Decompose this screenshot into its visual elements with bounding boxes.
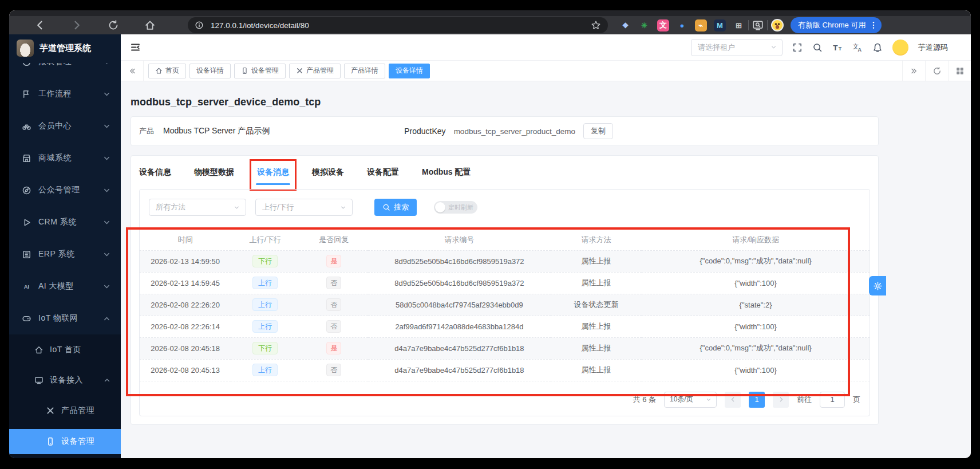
m-extension-icon[interactable]: M (714, 19, 726, 31)
page-tab-1[interactable]: 设备详情 (189, 64, 231, 78)
method-filter-select[interactable]: 所有方法 (149, 199, 246, 216)
tenant-select[interactable]: 请选择租户 (691, 39, 783, 56)
detail-tab-3[interactable]: 模拟设备 (312, 167, 344, 178)
toolbar-divider (748, 20, 749, 30)
tab-refresh-button[interactable] (925, 61, 948, 81)
device-detail-card: 设备信息物模型数据设备消息模拟设备设备配置Modbus 配置 所有方法 上行/下… (131, 155, 879, 425)
sidebar-item-mall[interactable]: 商城系统 (9, 147, 121, 170)
translate-extension-icon[interactable]: 文 (657, 19, 669, 31)
fullscreen-icon[interactable] (792, 42, 803, 53)
browser-home-icon[interactable] (144, 19, 156, 31)
page-tab-4[interactable]: 产品详情 (344, 64, 385, 78)
grid-extension-icon[interactable]: ❖ (619, 19, 631, 31)
settings-gear-button[interactable] (869, 276, 886, 295)
table-row[interactable]: 2026-02-13 14:59:45 上行 否 8d9d525e505b4c1… (140, 272, 870, 294)
detail-tab-2[interactable]: 设备消息 (257, 167, 289, 178)
detail-tab-4[interactable]: 设备配置 (367, 167, 399, 178)
cell-reply: 是 (299, 250, 368, 272)
search-icon (382, 203, 390, 211)
direction-filter-select[interactable]: 上行/下行 (255, 199, 353, 216)
chevron-down-icon (102, 250, 112, 259)
table-row[interactable]: 2026-02-08 22:26:20 上行 否 58d05c0048ba4cf… (140, 294, 870, 316)
goto-page-input[interactable] (820, 392, 845, 408)
screen-search-icon[interactable] (752, 19, 764, 31)
product-label: 产品 (139, 126, 154, 136)
sidebar-item-iot-home[interactable]: IoT 首页 (9, 338, 121, 362)
translate-icon[interactable]: 文A (852, 42, 863, 53)
tabs-collapse-left-button[interactable] (121, 61, 144, 81)
current-page-button[interactable]: 1 (749, 392, 765, 408)
search-button[interactable]: 搜索 (374, 199, 417, 216)
table-row[interactable]: 2026-02-08 22:26:14 上行 否 2af99ad6f97142a… (140, 316, 870, 337)
bike-icon (22, 121, 31, 131)
svg-text:T: T (839, 46, 842, 52)
user-avatar[interactable] (892, 40, 908, 56)
method-filter-placeholder: 所有方法 (156, 202, 185, 212)
prev-page-button[interactable] (725, 392, 741, 408)
sidebar-item-label: IoT 首页 (50, 345, 81, 355)
page-tab-label: 设备详情 (196, 66, 224, 76)
search-icon[interactable] (812, 42, 823, 53)
star-extension-icon[interactable]: ✳ (638, 19, 650, 31)
search-button-label: 搜索 (394, 202, 409, 212)
erp-icon (22, 250, 31, 259)
menu-fold-icon[interactable] (130, 42, 141, 53)
next-page-button[interactable] (773, 392, 789, 408)
table-row[interactable]: 2026-02-13 14:59:50 下行 是 8d9d525e505b4c1… (140, 250, 870, 272)
copy-button[interactable]: 复制 (583, 123, 613, 139)
browser-profile-avatar[interactable] (771, 19, 784, 31)
main-content: modbus_tcp_server_device_demo_tcp 产品 Mod… (121, 81, 971, 458)
tab-layout-grid-button[interactable] (948, 61, 971, 81)
chevron-down-icon (102, 63, 112, 67)
browser-reload-icon[interactable] (108, 19, 119, 31)
sidebar-item-ai[interactable]: AIAI 大模型 (9, 275, 121, 298)
sidebar-item-product-mgmt[interactable]: 产品管理 (9, 399, 121, 423)
site-info-icon[interactable] (195, 21, 204, 30)
direction-badge: 上行 (252, 277, 278, 289)
table-row[interactable]: 2026-02-08 20:45:18 下行 是 d4a7a7e9babe4c4… (140, 337, 870, 359)
puzzle-extension-icon[interactable]: ⊞ (733, 19, 745, 31)
detail-tab-5[interactable]: Modbus 配置 (422, 167, 471, 178)
page-size-value: 10条/页 (670, 395, 693, 404)
broom-extension-icon[interactable]: ⌁ (695, 19, 707, 31)
chevron-down-icon (102, 153, 112, 163)
reply-badge: 否 (326, 320, 341, 333)
page-size-select[interactable]: 10条/页 (664, 392, 717, 408)
tabs-expand-right-button[interactable] (902, 61, 925, 81)
sidebar-item-device-access[interactable]: 设备接入 (9, 368, 121, 392)
ai-icon: AI (22, 282, 31, 291)
sidebar-item-device-mgmt[interactable]: 设备管理 (9, 429, 121, 454)
sidebar-item-mp[interactable]: 公众号管理 (9, 179, 121, 202)
sidebar-item-report[interactable]: 报表管理 (9, 63, 121, 74)
page-tab-3[interactable]: 产品管理 (289, 64, 341, 78)
app-logo[interactable]: 芋道管理系统 (9, 34, 121, 62)
detail-tab-1[interactable]: 物模型数据 (194, 167, 234, 178)
chevron-down-icon (102, 218, 112, 227)
flag-icon (22, 89, 31, 99)
address-bar[interactable]: 127.0.0.1/iot/device/detail/80 (188, 17, 608, 33)
detail-tab-0[interactable]: 设备信息 (139, 167, 171, 178)
server-icon (22, 314, 31, 324)
table-row[interactable]: 2026-02-08 20:45:13 上行 否 d4a7a7e9babe4c4… (140, 359, 870, 381)
sidebar-item-member[interactable]: 会员中心 (9, 115, 121, 137)
page-tab-2[interactable]: 设备管理 (234, 64, 286, 78)
cell-time: 2026-02-13 14:59:45 (140, 272, 231, 294)
browser-menu-icon[interactable] (869, 21, 878, 30)
sidebar-item-workflow[interactable]: 工作流程 (9, 82, 121, 105)
balloon-extension-icon[interactable]: ● (676, 19, 688, 31)
chrome-update-button[interactable]: 有新版 Chrome 可用 (791, 17, 882, 33)
browser-forward-icon[interactable] (71, 19, 82, 31)
auto-refresh-toggle[interactable]: 定时刷新 (434, 201, 477, 214)
bookmark-star-icon[interactable] (591, 20, 601, 30)
page-tab-0[interactable]: 首页 (148, 64, 186, 78)
user-name[interactable]: 芋道源码 (918, 42, 948, 53)
goto-label: 前往 (797, 395, 812, 405)
sidebar-item-iot[interactable]: IoT 物联网 (9, 307, 121, 330)
notification-bell-icon[interactable] (872, 42, 883, 53)
font-size-icon[interactable]: TT (832, 42, 843, 53)
sidebar-item-erp[interactable]: ERP 系统 (9, 243, 121, 266)
table-header-row: 时间上行/下行是否回复请求编号请求方法请求/响应数据 (140, 230, 870, 250)
page-tab-5[interactable]: 设备详情 (389, 64, 430, 78)
sidebar-item-crm[interactable]: CRM 系统 (9, 211, 121, 234)
browser-back-icon[interactable] (34, 19, 46, 31)
